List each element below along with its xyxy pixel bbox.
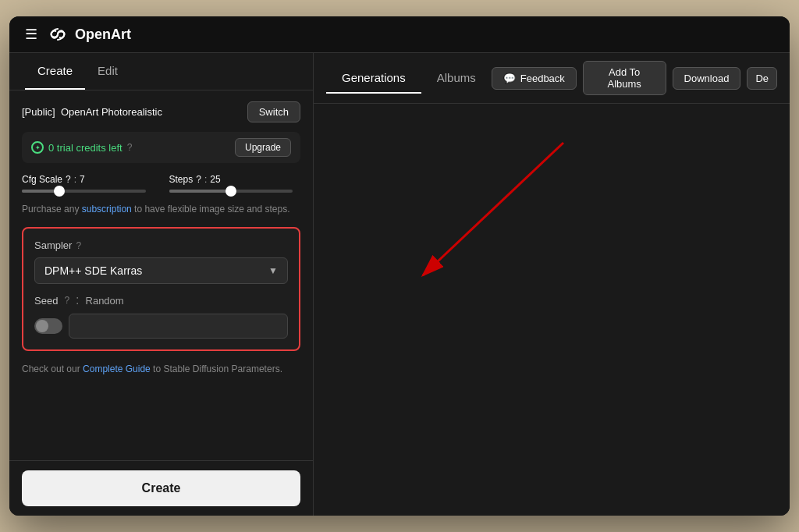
guide-note: Check out our Complete Guide to Stable D… xyxy=(22,362,300,376)
seed-help-icon[interactable]: ? xyxy=(64,295,69,306)
right-actions: 💬 Feedback Add To Albums Download De xyxy=(492,61,777,95)
subscription-link[interactable]: subscription xyxy=(82,204,132,215)
create-button[interactable]: Create xyxy=(22,470,300,506)
right-header: Generations Albums 💬 Feedback Add To Alb… xyxy=(314,53,790,104)
seed-label: Seed xyxy=(34,295,58,307)
credits-icon: ✦ xyxy=(31,141,44,154)
dropdown-arrow-icon: ▼ xyxy=(268,265,278,276)
highlighted-section: Sampler ? DPM++ SDE Karras ▼ Seed ? : Ra… xyxy=(22,227,300,351)
sidebar-tabs: Create Edit xyxy=(9,53,313,90)
model-name: OpenArt Photorealistic xyxy=(61,106,162,118)
de-button[interactable]: De xyxy=(747,67,777,90)
download-button[interactable]: Download xyxy=(673,67,741,90)
seed-toggle-thumb xyxy=(36,320,48,332)
sampler-dropdown[interactable]: DPM++ SDE Karras ▼ xyxy=(34,257,288,284)
sampler-help-icon[interactable]: ? xyxy=(76,240,81,251)
sidebar: Create Edit [Public] OpenArt Photorealis… xyxy=(9,53,314,516)
seed-random-label: Random xyxy=(86,295,124,307)
slider-row: Cfg Scale ? : 7 Steps xyxy=(22,174,293,193)
steps-group: Steps ? : 25 xyxy=(169,174,293,193)
switch-button[interactable]: Switch xyxy=(247,101,300,122)
seed-input[interactable] xyxy=(69,314,288,339)
complete-guide-link[interactable]: Complete Guide xyxy=(83,364,151,374)
steps-label: Steps ? : 25 xyxy=(169,174,293,185)
model-row: [Public] OpenArt Photorealistic Switch xyxy=(22,101,300,122)
image-grid-container xyxy=(314,104,790,516)
steps-track[interactable] xyxy=(169,190,293,193)
right-tabs: Generations Albums xyxy=(326,63,492,94)
feedback-icon: 💬 xyxy=(503,73,516,84)
tab-create[interactable]: Create xyxy=(25,53,85,90)
tab-albums[interactable]: Albums xyxy=(421,63,492,94)
create-button-wrap: Create xyxy=(9,460,313,516)
credits-row: ✦ 0 trial credits left ? Upgrade xyxy=(22,132,300,163)
sampler-label: Sampler ? xyxy=(34,239,288,251)
sliders-area: Cfg Scale ? : 7 Steps xyxy=(22,174,300,193)
cfg-scale-thumb[interactable] xyxy=(54,186,65,197)
cfg-scale-label: Cfg Scale ? : 7 xyxy=(22,174,146,185)
feedback-button[interactable]: 💬 Feedback xyxy=(492,67,577,90)
tab-edit[interactable]: Edit xyxy=(85,53,130,90)
subscription-note: Purchase any subscription to have flexib… xyxy=(22,202,300,216)
model-label: [Public] OpenArt Photorealistic xyxy=(22,106,162,118)
credits-help-icon[interactable]: ? xyxy=(127,142,133,153)
logo: OpenArt xyxy=(47,27,131,43)
menu-icon[interactable]: ☰ xyxy=(25,26,37,43)
cfg-scale-track[interactable] xyxy=(22,190,146,193)
seed-toggle[interactable] xyxy=(34,318,62,334)
sampler-value: DPM++ SDE Karras xyxy=(44,264,142,277)
right-panel: Generations Albums 💬 Feedback Add To Alb… xyxy=(314,53,790,516)
steps-help-icon[interactable]: ? xyxy=(196,174,201,185)
cfg-help-icon[interactable]: ? xyxy=(66,174,71,185)
credits-left: ✦ 0 trial credits left ? xyxy=(31,141,132,154)
app-name: OpenArt xyxy=(75,27,131,43)
cfg-scale-group: Cfg Scale ? : 7 xyxy=(22,174,146,193)
add-to-albums-button[interactable]: Add To Albums xyxy=(583,61,666,95)
main-layout: Create Edit [Public] OpenArt Photorealis… xyxy=(9,53,790,516)
image-grid xyxy=(314,104,790,119)
seed-row: Seed ? : Random xyxy=(34,293,288,307)
upgrade-button[interactable]: Upgrade xyxy=(235,138,291,157)
logo-icon xyxy=(47,27,69,42)
seed-input-row xyxy=(34,314,288,339)
tab-generations[interactable]: Generations xyxy=(326,63,421,94)
svg-line-1 xyxy=(423,143,563,275)
annotation-arrow xyxy=(314,104,790,516)
app-container: ☰ OpenArt Create Edit [Public] Op xyxy=(9,16,790,516)
sidebar-content: [Public] OpenArt Photorealistic Switch ✦… xyxy=(9,90,313,460)
steps-thumb[interactable] xyxy=(225,186,236,197)
header: ☰ OpenArt xyxy=(9,16,790,53)
model-label-prefix: [Public] xyxy=(22,106,55,118)
credits-amount: 0 trial credits left xyxy=(48,142,123,154)
